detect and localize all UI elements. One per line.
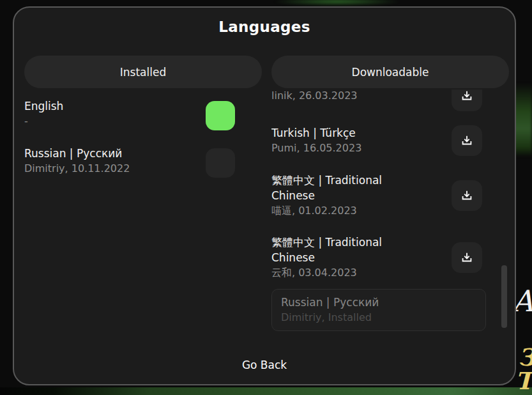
downloadable-row-turkish: Turkish | Türkçe Pumi, 16.05.2023: [271, 125, 509, 156]
download-icon: [460, 251, 474, 265]
download-button[interactable]: [452, 180, 482, 211]
scrollbar-thumb[interactable]: [501, 265, 507, 328]
go-back-button[interactable]: Go Back: [14, 358, 515, 372]
language-subtitle: 喵逼, 01.02.2023: [271, 203, 425, 219]
downloadable-row-traditional-chinese-1: 繁體中文 | Traditional Chinese 喵逼, 01.02.202…: [271, 173, 509, 219]
language-title: English: [24, 98, 63, 114]
downloadable-row-russian-installed: Russian | Русский Dimitriy, Installed: [271, 289, 486, 331]
language-title: 繁體中文 | Traditional Chinese: [271, 235, 425, 265]
installed-row-english: English -: [24, 98, 262, 130]
downloadable-list: linik, 26.03.2023 Turkish | Türkçe Pumi,…: [271, 89, 509, 340]
language-checkbox-unchecked[interactable]: [206, 148, 235, 178]
download-icon: [460, 89, 474, 103]
language-subtitle: 云和, 03.04.2023: [271, 265, 425, 281]
language-info: Turkish | Türkçe Pumi, 16.05.2023: [271, 125, 361, 156]
installed-row-russian: Russian | Русский Dimitriy, 10.11.2022: [24, 146, 262, 178]
language-info: Russian | Русский Dimitriy, 10.11.2022: [24, 146, 130, 176]
language-title: 繁體中文 | Traditional Chinese: [271, 173, 425, 203]
downloadable-row-clipped: linik, 26.03.2023: [271, 89, 509, 111]
language-info: 繁體中文 | Traditional Chinese 喵逼, 01.02.202…: [271, 173, 425, 219]
tab-downloadable[interactable]: Downloadable: [271, 56, 509, 88]
language-title: Turkish | Türkçe: [271, 125, 361, 141]
tab-installed[interactable]: Installed: [24, 56, 262, 88]
language-subtitle: Pumi, 16.05.2023: [271, 141, 361, 156]
download-button[interactable]: [452, 242, 482, 273]
language-info: linik, 26.03.2023: [271, 89, 358, 104]
language-checkbox-checked[interactable]: [206, 101, 235, 130]
language-subtitle: -: [24, 114, 63, 129]
background-yellow-text-fragment-2: ТЬ: [515, 369, 532, 393]
download-button[interactable]: [452, 125, 482, 156]
language-subtitle: Dimitriy, Installed: [281, 310, 476, 325]
background-green-glow-top: [275, 0, 399, 6]
language-info: 繁體中文 | Traditional Chinese 云和, 03.04.202…: [271, 235, 425, 281]
languages-dialog: Languages Installed Downloadable English…: [13, 6, 516, 385]
downloadable-row-traditional-chinese-2: 繁體中文 | Traditional Chinese 云和, 03.04.202…: [271, 235, 509, 281]
download-button[interactable]: [452, 89, 482, 111]
background-yellow-text-fragment-1: ЗО: [518, 345, 532, 369]
language-subtitle: Dimitriy, 10.11.2022: [24, 161, 130, 176]
installed-list: English - Russian | Русский Dimitriy, 10…: [24, 89, 262, 193]
background-green-strip-bottom: [0, 387, 532, 395]
dialog-title: Languages: [14, 19, 515, 35]
download-icon: [460, 189, 474, 203]
language-title: Russian | Русский: [24, 146, 130, 161]
download-icon: [460, 134, 474, 148]
language-info: English -: [24, 98, 63, 129]
language-subtitle: linik, 26.03.2023: [271, 89, 358, 104]
language-title: Russian | Русский: [281, 295, 476, 310]
